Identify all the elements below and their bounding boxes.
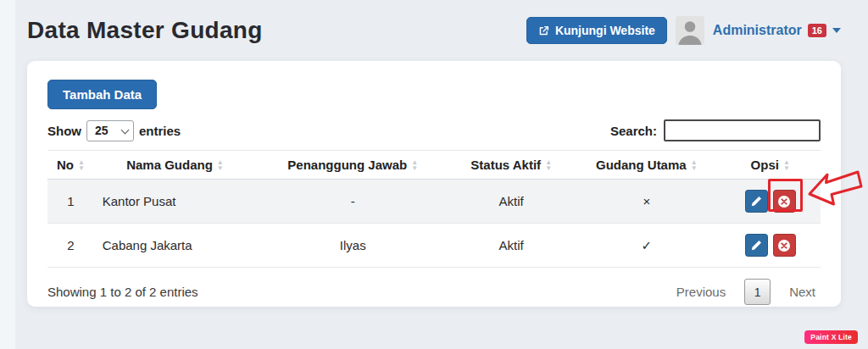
sort-icon: ▲▼	[545, 159, 552, 171]
next-page-button[interactable]: Next	[784, 284, 821, 300]
column-header-gudang-utama[interactable]: Gudang Utama ▲▼	[573, 151, 720, 180]
sort-icon: ▲▼	[217, 159, 224, 171]
pencil-icon	[751, 196, 762, 207]
column-header-no[interactable]: No ▲▼	[47, 151, 94, 180]
header-actions: Kunjungi Website Administrator 16	[526, 16, 841, 45]
gudang-table: No ▲▼ Nama Gudang ▲▼ Penanggung Jawab ▲▼…	[47, 150, 821, 268]
sort-icon: ▲▼	[411, 159, 418, 171]
avatar[interactable]	[676, 16, 704, 45]
circle-x-icon	[777, 239, 791, 252]
visit-website-button[interactable]: Kunjungi Website	[526, 17, 667, 44]
add-data-button[interactable]: Tambah Data	[47, 80, 157, 109]
cell-no: 2	[47, 224, 94, 268]
page-title: Data Master Gudang	[27, 17, 263, 44]
watermark-badge: Paint X Lite	[804, 330, 858, 344]
page-header: Data Master Gudang Kunjungi Website Admi…	[0, 0, 868, 49]
edit-button[interactable]	[745, 190, 768, 213]
sort-icon: ▲▼	[691, 159, 698, 171]
notification-badge: 16	[808, 24, 826, 37]
delete-button[interactable]	[773, 234, 796, 257]
external-link-icon	[538, 25, 549, 36]
previous-page-button[interactable]: Previous	[671, 284, 731, 300]
cell-nama-gudang: Cabang Jakarta	[94, 224, 257, 268]
table-row: 1 Kantor Pusat - Aktif ×	[47, 180, 821, 224]
search-label: Search:	[610, 124, 657, 138]
user-name: Administrator	[713, 23, 802, 38]
visit-website-label: Kunjungi Website	[555, 24, 655, 37]
show-label: Show	[47, 124, 81, 138]
entries-info: Showing 1 to 2 of 2 entries	[47, 285, 198, 299]
sort-icon: ▲▼	[78, 159, 85, 171]
circle-x-icon	[777, 195, 791, 208]
page-length-control: Show 25 entries	[47, 120, 181, 141]
cell-gudang-utama: ×	[573, 180, 720, 224]
table-row: 2 Cabang Jakarta Ilyas Aktif ✓	[47, 224, 821, 268]
person-silhouette-icon	[676, 16, 704, 45]
edit-button[interactable]	[745, 234, 768, 257]
page-number-button[interactable]: 1	[744, 279, 771, 305]
cell-gudang-utama: ✓	[573, 224, 720, 268]
search-input[interactable]	[664, 119, 821, 141]
table-footer: Showing 1 to 2 of 2 entries Previous 1 N…	[47, 279, 821, 305]
chevron-down-icon	[832, 28, 841, 33]
content-card: Tambah Data Show 25 entries Search: No ▲…	[27, 61, 841, 307]
table-controls: Show 25 entries Search:	[47, 119, 821, 141]
delete-button[interactable]	[773, 190, 796, 213]
entries-label: entries	[139, 124, 181, 138]
column-header-nama-gudang[interactable]: Nama Gudang ▲▼	[94, 151, 257, 180]
user-menu[interactable]: Administrator 16	[713, 23, 841, 38]
sort-icon: ▲▼	[783, 159, 790, 171]
cell-no: 1	[47, 180, 94, 224]
cell-nama-gudang: Kantor Pusat	[94, 180, 257, 224]
column-header-penanggung-jawab[interactable]: Penanggung Jawab ▲▼	[256, 151, 449, 180]
cell-status-aktif: Aktif	[449, 180, 573, 224]
page-length-select[interactable]: 25	[86, 120, 134, 141]
pagination: Previous 1 Next	[671, 279, 821, 305]
cell-status-aktif: Aktif	[449, 224, 573, 268]
page-left-gutter	[0, 0, 15, 349]
cell-penanggung-jawab: Ilyas	[256, 224, 449, 268]
table-header-row: No ▲▼ Nama Gudang ▲▼ Penanggung Jawab ▲▼…	[47, 151, 821, 180]
column-header-status-aktif[interactable]: Status Aktif ▲▼	[449, 151, 573, 180]
page-length-select-wrap: 25	[86, 120, 134, 141]
pencil-icon	[751, 240, 762, 251]
search-control: Search:	[610, 119, 821, 141]
cell-penanggung-jawab: -	[256, 180, 449, 224]
column-header-opsi[interactable]: Opsi ▲▼	[720, 151, 821, 180]
